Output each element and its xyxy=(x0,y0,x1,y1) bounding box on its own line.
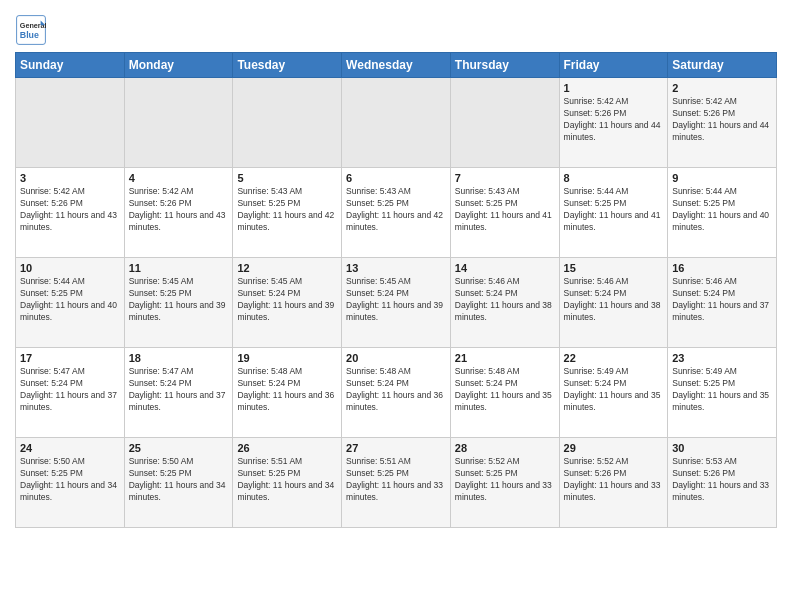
weekday-header-friday: Friday xyxy=(559,53,668,78)
day-info: Sunrise: 5:52 AM Sunset: 5:25 PM Dayligh… xyxy=(455,456,555,504)
day-info: Sunrise: 5:49 AM Sunset: 5:25 PM Dayligh… xyxy=(672,366,772,414)
calendar-cell: 23Sunrise: 5:49 AM Sunset: 5:25 PM Dayli… xyxy=(668,348,777,438)
day-number: 27 xyxy=(346,442,446,454)
day-info: Sunrise: 5:47 AM Sunset: 5:24 PM Dayligh… xyxy=(129,366,229,414)
calendar-cell: 16Sunrise: 5:46 AM Sunset: 5:24 PM Dayli… xyxy=(668,258,777,348)
calendar-cell: 15Sunrise: 5:46 AM Sunset: 5:24 PM Dayli… xyxy=(559,258,668,348)
day-number: 28 xyxy=(455,442,555,454)
day-number: 20 xyxy=(346,352,446,364)
calendar-cell: 14Sunrise: 5:46 AM Sunset: 5:24 PM Dayli… xyxy=(450,258,559,348)
calendar-cell: 22Sunrise: 5:49 AM Sunset: 5:24 PM Dayli… xyxy=(559,348,668,438)
calendar-cell: 17Sunrise: 5:47 AM Sunset: 5:24 PM Dayli… xyxy=(16,348,125,438)
calendar-cell: 18Sunrise: 5:47 AM Sunset: 5:24 PM Dayli… xyxy=(124,348,233,438)
calendar-cell: 20Sunrise: 5:48 AM Sunset: 5:24 PM Dayli… xyxy=(342,348,451,438)
day-number: 18 xyxy=(129,352,229,364)
day-info: Sunrise: 5:42 AM Sunset: 5:26 PM Dayligh… xyxy=(129,186,229,234)
day-info: Sunrise: 5:44 AM Sunset: 5:25 PM Dayligh… xyxy=(672,186,772,234)
weekday-header-saturday: Saturday xyxy=(668,53,777,78)
day-number: 5 xyxy=(237,172,337,184)
day-info: Sunrise: 5:49 AM Sunset: 5:24 PM Dayligh… xyxy=(564,366,664,414)
day-number: 13 xyxy=(346,262,446,274)
calendar-cell: 9Sunrise: 5:44 AM Sunset: 5:25 PM Daylig… xyxy=(668,168,777,258)
day-number: 11 xyxy=(129,262,229,274)
day-info: Sunrise: 5:46 AM Sunset: 5:24 PM Dayligh… xyxy=(455,276,555,324)
day-info: Sunrise: 5:48 AM Sunset: 5:24 PM Dayligh… xyxy=(237,366,337,414)
day-info: Sunrise: 5:45 AM Sunset: 5:25 PM Dayligh… xyxy=(129,276,229,324)
day-number: 19 xyxy=(237,352,337,364)
day-info: Sunrise: 5:48 AM Sunset: 5:24 PM Dayligh… xyxy=(346,366,446,414)
day-info: Sunrise: 5:46 AM Sunset: 5:24 PM Dayligh… xyxy=(672,276,772,324)
page-header: General Blue xyxy=(15,10,777,46)
day-number: 30 xyxy=(672,442,772,454)
day-number: 8 xyxy=(564,172,664,184)
day-number: 10 xyxy=(20,262,120,274)
calendar-cell: 7Sunrise: 5:43 AM Sunset: 5:25 PM Daylig… xyxy=(450,168,559,258)
calendar-cell xyxy=(342,78,451,168)
day-number: 23 xyxy=(672,352,772,364)
calendar-cell: 21Sunrise: 5:48 AM Sunset: 5:24 PM Dayli… xyxy=(450,348,559,438)
day-info: Sunrise: 5:47 AM Sunset: 5:24 PM Dayligh… xyxy=(20,366,120,414)
day-number: 9 xyxy=(672,172,772,184)
calendar-cell: 11Sunrise: 5:45 AM Sunset: 5:25 PM Dayli… xyxy=(124,258,233,348)
calendar-header: SundayMondayTuesdayWednesdayThursdayFrid… xyxy=(16,53,777,78)
calendar-body: 1Sunrise: 5:42 AM Sunset: 5:26 PM Daylig… xyxy=(16,78,777,528)
weekday-header-thursday: Thursday xyxy=(450,53,559,78)
calendar-cell: 6Sunrise: 5:43 AM Sunset: 5:25 PM Daylig… xyxy=(342,168,451,258)
day-number: 24 xyxy=(20,442,120,454)
day-info: Sunrise: 5:42 AM Sunset: 5:26 PM Dayligh… xyxy=(672,96,772,144)
calendar-week-1: 1Sunrise: 5:42 AM Sunset: 5:26 PM Daylig… xyxy=(16,78,777,168)
calendar-cell: 13Sunrise: 5:45 AM Sunset: 5:24 PM Dayli… xyxy=(342,258,451,348)
calendar-cell: 8Sunrise: 5:44 AM Sunset: 5:25 PM Daylig… xyxy=(559,168,668,258)
day-number: 2 xyxy=(672,82,772,94)
day-info: Sunrise: 5:44 AM Sunset: 5:25 PM Dayligh… xyxy=(564,186,664,234)
day-info: Sunrise: 5:51 AM Sunset: 5:25 PM Dayligh… xyxy=(346,456,446,504)
logo: General Blue xyxy=(15,14,51,46)
calendar-cell: 19Sunrise: 5:48 AM Sunset: 5:24 PM Dayli… xyxy=(233,348,342,438)
day-info: Sunrise: 5:43 AM Sunset: 5:25 PM Dayligh… xyxy=(346,186,446,234)
calendar-cell: 1Sunrise: 5:42 AM Sunset: 5:26 PM Daylig… xyxy=(559,78,668,168)
day-info: Sunrise: 5:45 AM Sunset: 5:24 PM Dayligh… xyxy=(346,276,446,324)
calendar-cell: 28Sunrise: 5:52 AM Sunset: 5:25 PM Dayli… xyxy=(450,438,559,528)
calendar-cell: 27Sunrise: 5:51 AM Sunset: 5:25 PM Dayli… xyxy=(342,438,451,528)
calendar-cell: 25Sunrise: 5:50 AM Sunset: 5:25 PM Dayli… xyxy=(124,438,233,528)
calendar-cell xyxy=(450,78,559,168)
day-info: Sunrise: 5:42 AM Sunset: 5:26 PM Dayligh… xyxy=(20,186,120,234)
calendar-week-5: 24Sunrise: 5:50 AM Sunset: 5:25 PM Dayli… xyxy=(16,438,777,528)
day-info: Sunrise: 5:53 AM Sunset: 5:26 PM Dayligh… xyxy=(672,456,772,504)
calendar-cell: 29Sunrise: 5:52 AM Sunset: 5:26 PM Dayli… xyxy=(559,438,668,528)
day-number: 16 xyxy=(672,262,772,274)
weekday-header-sunday: Sunday xyxy=(16,53,125,78)
day-info: Sunrise: 5:48 AM Sunset: 5:24 PM Dayligh… xyxy=(455,366,555,414)
day-number: 14 xyxy=(455,262,555,274)
calendar-cell xyxy=(233,78,342,168)
day-number: 22 xyxy=(564,352,664,364)
calendar-table: SundayMondayTuesdayWednesdayThursdayFrid… xyxy=(15,52,777,528)
calendar-week-3: 10Sunrise: 5:44 AM Sunset: 5:25 PM Dayli… xyxy=(16,258,777,348)
day-info: Sunrise: 5:50 AM Sunset: 5:25 PM Dayligh… xyxy=(129,456,229,504)
day-number: 21 xyxy=(455,352,555,364)
day-number: 17 xyxy=(20,352,120,364)
day-info: Sunrise: 5:43 AM Sunset: 5:25 PM Dayligh… xyxy=(237,186,337,234)
day-number: 25 xyxy=(129,442,229,454)
calendar-week-4: 17Sunrise: 5:47 AM Sunset: 5:24 PM Dayli… xyxy=(16,348,777,438)
day-number: 3 xyxy=(20,172,120,184)
day-info: Sunrise: 5:51 AM Sunset: 5:25 PM Dayligh… xyxy=(237,456,337,504)
weekday-header-wednesday: Wednesday xyxy=(342,53,451,78)
calendar-cell: 3Sunrise: 5:42 AM Sunset: 5:26 PM Daylig… xyxy=(16,168,125,258)
calendar-cell: 5Sunrise: 5:43 AM Sunset: 5:25 PM Daylig… xyxy=(233,168,342,258)
calendar-cell: 24Sunrise: 5:50 AM Sunset: 5:25 PM Dayli… xyxy=(16,438,125,528)
day-number: 7 xyxy=(455,172,555,184)
calendar-cell xyxy=(124,78,233,168)
calendar-cell: 4Sunrise: 5:42 AM Sunset: 5:26 PM Daylig… xyxy=(124,168,233,258)
day-info: Sunrise: 5:46 AM Sunset: 5:24 PM Dayligh… xyxy=(564,276,664,324)
day-info: Sunrise: 5:43 AM Sunset: 5:25 PM Dayligh… xyxy=(455,186,555,234)
day-number: 29 xyxy=(564,442,664,454)
calendar-cell: 10Sunrise: 5:44 AM Sunset: 5:25 PM Dayli… xyxy=(16,258,125,348)
calendar-cell: 12Sunrise: 5:45 AM Sunset: 5:24 PM Dayli… xyxy=(233,258,342,348)
calendar-cell xyxy=(16,78,125,168)
day-info: Sunrise: 5:52 AM Sunset: 5:26 PM Dayligh… xyxy=(564,456,664,504)
calendar-cell: 30Sunrise: 5:53 AM Sunset: 5:26 PM Dayli… xyxy=(668,438,777,528)
day-info: Sunrise: 5:45 AM Sunset: 5:24 PM Dayligh… xyxy=(237,276,337,324)
svg-text:Blue: Blue xyxy=(20,30,39,40)
calendar-cell: 2Sunrise: 5:42 AM Sunset: 5:26 PM Daylig… xyxy=(668,78,777,168)
